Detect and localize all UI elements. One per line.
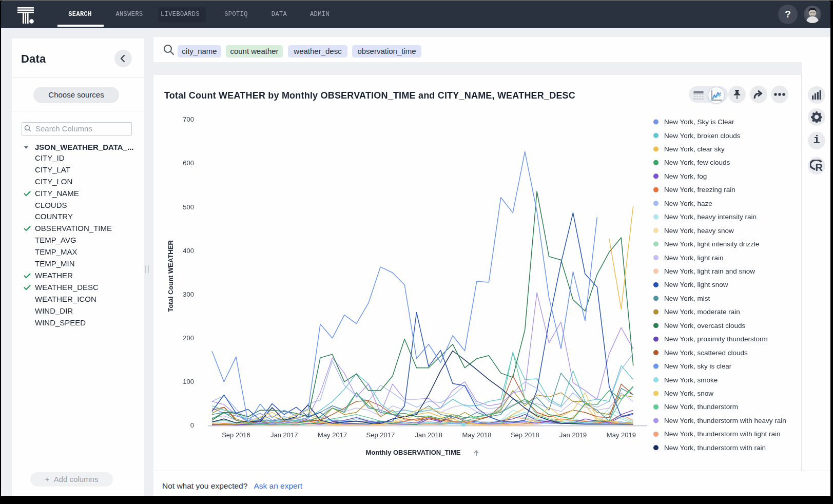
svg-text:New York, heavy snow: New York, heavy snow — [664, 227, 734, 235]
svg-text:700: 700 — [183, 115, 194, 123]
svg-text:New York, scattered clouds: New York, scattered clouds — [664, 349, 748, 357]
svg-text:May 2018: May 2018 — [462, 431, 491, 439]
svg-text:New York, freezing rain: New York, freezing rain — [664, 186, 735, 193]
svg-text:New York, snow: New York, snow — [664, 390, 713, 397]
svg-text:May 2017: May 2017 — [318, 431, 347, 439]
svg-text:400: 400 — [183, 247, 194, 255]
svg-text:Monthly OBSERVATION_TIME: Monthly OBSERVATION_TIME — [366, 449, 461, 456]
svg-text:New York, mist: New York, mist — [664, 295, 710, 302]
svg-text:Sep 2018: Sep 2018 — [511, 431, 539, 439]
svg-text:Jan 2019: Jan 2019 — [559, 431, 587, 439]
svg-text:Sep 2016: Sep 2016 — [222, 431, 250, 439]
svg-text:New York, proximity thundersto: New York, proximity thunderstorm — [664, 335, 768, 343]
svg-text:Sep 2017: Sep 2017 — [366, 431, 395, 439]
svg-text:300: 300 — [183, 290, 194, 298]
svg-text:May 2019: May 2019 — [607, 431, 636, 439]
svg-text:0: 0 — [190, 421, 194, 429]
svg-text:New York, light intensity driz: New York, light intensity drizzle — [664, 240, 759, 248]
svg-text:New York, thunderstorm with li: New York, thunderstorm with light rain — [664, 430, 781, 438]
svg-text:New York, light rain and snow: New York, light rain and snow — [664, 267, 755, 275]
svg-text:New York, clear sky: New York, clear sky — [664, 145, 725, 153]
svg-text:Jan 2018: Jan 2018 — [415, 431, 442, 439]
svg-text:New York, heavy intensity rain: New York, heavy intensity rain — [664, 213, 757, 221]
svg-text:New York, haze: New York, haze — [664, 200, 712, 207]
svg-text:600: 600 — [183, 159, 194, 167]
svg-text:New York, broken clouds: New York, broken clouds — [664, 132, 741, 140]
svg-text:New York, moderate rain: New York, moderate rain — [664, 308, 740, 316]
svg-text:200: 200 — [183, 334, 194, 342]
svg-text:New York, sky is clear: New York, sky is clear — [664, 362, 732, 370]
svg-text:Total Count WEATHER: Total Count WEATHER — [167, 240, 175, 312]
svg-text:New York, fog: New York, fog — [664, 172, 707, 180]
svg-text:New York, thunderstorm with ra: New York, thunderstorm with rain — [664, 444, 766, 452]
svg-text:Jan 2017: Jan 2017 — [270, 431, 298, 439]
svg-text:New York, Sky is Clear: New York, Sky is Clear — [664, 118, 734, 126]
svg-text:New York, thunderstorm: New York, thunderstorm — [664, 403, 738, 411]
svg-text:R: R — [816, 162, 823, 172]
svg-text:New York, light snow: New York, light snow — [664, 281, 728, 288]
svg-text:New York, light rain: New York, light rain — [664, 254, 724, 262]
svg-text:New York, thunderstorm with he: New York, thunderstorm with heavy rain — [664, 417, 786, 424]
svg-text:New York, few clouds: New York, few clouds — [664, 159, 730, 166]
svg-text:100: 100 — [183, 378, 194, 385]
svg-text:500: 500 — [183, 203, 194, 211]
svg-text:New York, smoke: New York, smoke — [664, 376, 718, 384]
svg-text:New York, overcast clouds: New York, overcast clouds — [664, 322, 746, 329]
